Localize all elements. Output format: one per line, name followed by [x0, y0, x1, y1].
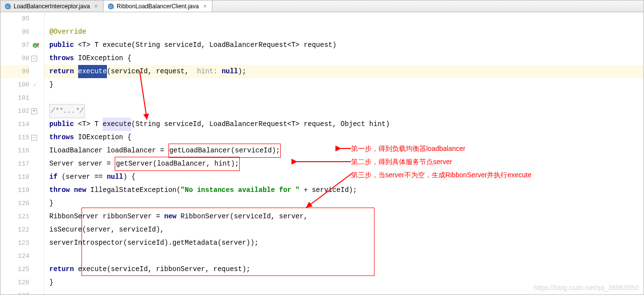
annotation-step2: 第二步，得到具体服务节点server: [351, 155, 452, 169]
java-class-icon: CA: [107, 3, 114, 10]
line-number: 100: [18, 81, 29, 88]
watermark: https://blog.csdn.net/qq_36963950: [534, 284, 639, 292]
close-icon[interactable]: ×: [94, 4, 99, 9]
line-number: 124: [18, 253, 29, 260]
line-number: 122: [18, 226, 29, 233]
svg-text:A: A: [10, 7, 12, 10]
line-number: 116: [18, 147, 29, 154]
usage-highlight: execute: [103, 118, 131, 131]
fold-toggle-icon[interactable]: –: [31, 135, 37, 141]
annotation-step3: 第三步，当server不为空，生成RibbonServer并执行execute: [351, 169, 532, 182]
svg-text:I: I: [34, 43, 37, 48]
tab-label: RibbonLoadBalancerClient.java: [117, 3, 199, 10]
svg-text:C: C: [6, 4, 9, 9]
line-number: 98: [21, 55, 29, 62]
line-number: 119: [18, 187, 29, 194]
line-number: 121: [18, 213, 29, 220]
line-number: 96: [21, 28, 29, 36]
line-number: 115: [18, 134, 29, 141]
highlighted-code-step1: getLoadBalancer(serviceId);: [168, 144, 281, 158]
line-number: 117: [18, 160, 29, 168]
svg-text:C: C: [109, 4, 112, 9]
keyword: return: [49, 65, 78, 78]
fold-expand-icon[interactable]: +: [31, 108, 37, 114]
close-icon[interactable]: ×: [203, 4, 208, 9]
string-literal: "No instances available for ": [181, 184, 300, 197]
annotation: @Override: [49, 25, 86, 39]
code-area[interactable]: @Override public <T> T execute(String se…: [44, 12, 644, 295]
java-class-icon: CA: [4, 3, 11, 10]
line-number: 95: [21, 15, 29, 22]
line-number: 97: [21, 42, 29, 49]
annotation-step1: 第一步，得到负载均衡器loadbalancer: [351, 142, 465, 155]
line-number: 101: [18, 94, 29, 102]
tab-loadbalancerinterceptor[interactable]: CA LoadBalancerInterceptor.java ×: [0, 0, 104, 12]
line-number: 120: [18, 200, 29, 207]
line-number: 127: [18, 292, 29, 295]
svg-text:A: A: [113, 7, 115, 10]
keyword: public: [49, 39, 74, 52]
override-gutter-icon[interactable]: I: [32, 42, 40, 49]
line-number: 114: [18, 121, 29, 128]
folded-comment[interactable]: /**...*/: [49, 104, 85, 118]
editor-tab-bar: CA LoadBalancerInterceptor.java × CA Rib…: [0, 0, 644, 12]
tab-ribbonloadbalancerclient[interactable]: CA RibbonLoadBalancerClient.java ×: [104, 0, 212, 12]
selected-text: execute: [78, 65, 107, 78]
line-number: 123: [18, 239, 29, 247]
tab-label: LoadBalancerInterceptor.java: [14, 3, 90, 10]
line-number: 118: [18, 173, 29, 181]
line-number: 99: [21, 68, 29, 75]
line-number-gutter: 95 96 97 I 98 – 99 100 ⌟ 101 102 + 114 1…: [0, 12, 44, 295]
line-number: 126: [18, 279, 29, 286]
parameter-hint: hint:: [197, 65, 217, 78]
line-number: 102: [18, 107, 29, 115]
line-number: 125: [18, 266, 29, 273]
code-editor[interactable]: 95 96 97 I 98 – 99 100 ⌟ 101 102 + 114 1…: [0, 12, 644, 295]
highlighted-code-step2: getServer(loadBalancer, hint);: [115, 157, 240, 171]
fold-toggle-icon[interactable]: ⌟: [31, 82, 37, 88]
keyword: throws: [49, 52, 74, 65]
fold-toggle-icon[interactable]: –: [31, 56, 37, 62]
